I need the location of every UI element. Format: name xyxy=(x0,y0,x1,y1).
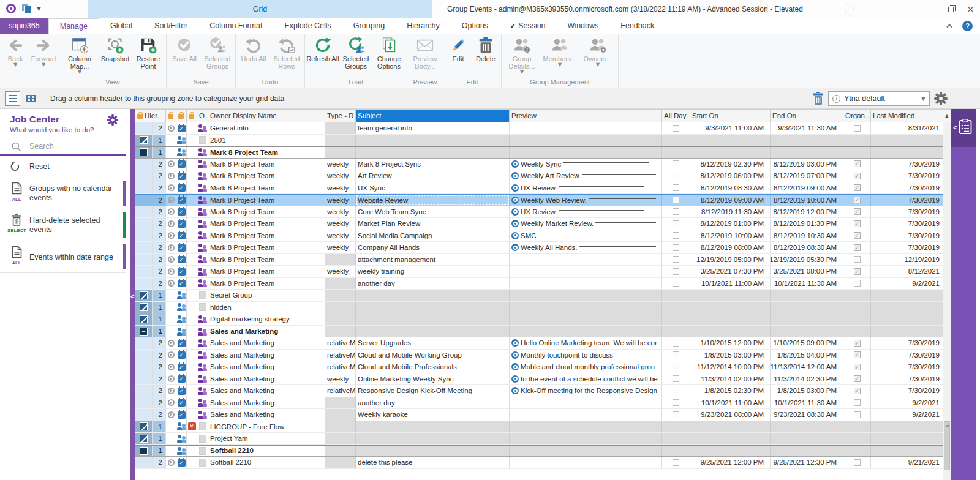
cell-organ[interactable] xyxy=(843,313,871,325)
organizer-checkbox[interactable] xyxy=(854,268,861,275)
col-header-end-on[interactable]: End On xyxy=(771,110,843,122)
cell-start[interactable] xyxy=(690,433,771,444)
cell-subject[interactable]: Core Web Team Sync xyxy=(356,206,510,218)
cell-owner-display-name[interactable]: Mark 8 Project Team xyxy=(208,182,325,194)
partial-select-icon[interactable] xyxy=(140,303,148,311)
cell-organizer[interactable] xyxy=(843,206,871,218)
card-view-toggle[interactable] xyxy=(23,91,39,106)
cell-preview[interactable]: Weekly Market Review. xyxy=(510,218,662,230)
cell-subject[interactable]: UX Sync xyxy=(356,182,510,194)
cell-allday[interactable] xyxy=(662,135,690,146)
cell-subject[interactable] xyxy=(356,302,510,313)
restore-point-button[interactable]: Restore Point xyxy=(132,34,165,70)
cell-end[interactable] xyxy=(771,302,843,313)
cell-owner-display-name[interactable]: Project Yam xyxy=(208,433,325,444)
group-row[interactable]: −1Softball 2210 xyxy=(135,445,951,457)
cell-subject[interactable] xyxy=(356,326,510,337)
organizer-checkbox[interactable] xyxy=(854,256,861,263)
col-header-o[interactable]: O.. xyxy=(197,110,208,122)
cell-preview[interactable]: Weekly Sync xyxy=(510,159,662,170)
cell-type[interactable] xyxy=(325,421,356,433)
col-header-last-modified[interactable]: Last Modified▲ xyxy=(871,110,951,122)
cell-end-on[interactable]: 1/8/2015 03:00 PM xyxy=(771,385,843,397)
event-row[interactable]: 2Sales and MarketingrelativeMcCloud and … xyxy=(135,361,951,373)
cell-owner-display-name[interactable]: 2501 xyxy=(208,135,325,146)
cell-end[interactable] xyxy=(771,446,843,457)
cell-end[interactable] xyxy=(771,433,843,444)
event-row[interactable]: 2Mark 8 Project TeamweeklySocial Media C… xyxy=(135,230,951,242)
cell-preview[interactable] xyxy=(510,446,662,457)
minimize-button[interactable]: – xyxy=(930,6,935,13)
cell-owner-display-name[interactable]: Sales and Marketing xyxy=(208,409,325,421)
event-row[interactable]: 2Mark 8 Project TeamweeklyUX SyncUX Revi… xyxy=(135,182,951,195)
cell-mod[interactable] xyxy=(871,313,951,325)
cell-start-on[interactable]: 8/12/2019 11:30 AM xyxy=(690,206,771,218)
cell-start[interactable] xyxy=(690,302,771,313)
cell-selector[interactable] xyxy=(135,373,153,385)
cell-mod[interactable] xyxy=(871,446,951,457)
cell-type[interactable] xyxy=(325,147,356,158)
preview-body-button[interactable]: Preview Body... xyxy=(409,34,442,70)
cell-end-on[interactable]: 12/19/2019 05:30 PM xyxy=(771,254,843,266)
cell-selector[interactable] xyxy=(135,122,153,134)
cell-end-on[interactable]: 9/25/2021 12:30 PM xyxy=(771,457,843,468)
job-item-1[interactable]: ALLGroups with no calendar events xyxy=(0,178,126,209)
event-row[interactable]: 2Mark 8 Project TeamweeklyCore Web Team … xyxy=(135,206,951,219)
all-day-checkbox[interactable] xyxy=(673,375,679,382)
right-panel-header[interactable]: < xyxy=(951,109,976,147)
cell-selector[interactable] xyxy=(135,278,153,290)
cell-type[interactable] xyxy=(325,313,356,325)
cell-type[interactable]: weekly xyxy=(325,242,356,253)
cell-subject[interactable]: Weekly karaoke xyxy=(356,409,510,421)
cell-start-on[interactable]: 9/3/2021 11:00 AM xyxy=(690,122,771,134)
col-header-start-on[interactable]: Start On xyxy=(690,110,771,122)
cell-selector[interactable] xyxy=(135,266,153,277)
organizer-checkbox[interactable] xyxy=(854,388,861,394)
tab-feedback[interactable]: Feedback xyxy=(609,18,665,34)
cell-selector[interactable] xyxy=(135,135,153,146)
cell-last-modified[interactable]: 7/30/2019 xyxy=(871,385,951,397)
organizer-checkbox[interactable] xyxy=(854,351,861,358)
tab-column-format[interactable]: Column Format xyxy=(198,18,273,34)
cell-subject[interactable] xyxy=(356,290,510,301)
cell-subject[interactable] xyxy=(356,313,510,325)
cell-preview[interactable] xyxy=(510,278,662,290)
cell-owner-display-name[interactable]: Mark 8 Project Team xyxy=(208,218,325,230)
tab-manage[interactable]: Manage xyxy=(48,18,99,34)
cell-all-day[interactable] xyxy=(662,361,690,373)
cell-type[interactable] xyxy=(325,457,356,468)
cell-all-day[interactable] xyxy=(662,170,690,182)
cell-owner-display-name[interactable]: Mark 8 Project Team xyxy=(208,206,325,218)
cell-preview[interactable] xyxy=(510,397,662,409)
all-day-checkbox[interactable] xyxy=(673,459,679,466)
cell-selector[interactable]: − xyxy=(135,147,153,158)
cell-start-on[interactable]: 9/23/2021 08:00 AM xyxy=(690,409,771,421)
cell-end[interactable] xyxy=(771,421,843,433)
event-row[interactable]: 2General infoteam general info9/3/2021 1… xyxy=(135,122,951,135)
cell-all-day[interactable] xyxy=(662,230,690,242)
col-header-hier[interactable]: Hier... xyxy=(135,110,166,122)
cell-end-on[interactable]: 10/1/2021 11:30 AM xyxy=(771,397,843,409)
vertical-scrollbar[interactable] xyxy=(943,122,951,480)
snapshot-button[interactable]: Snapshot xyxy=(99,34,132,62)
cell-type[interactable] xyxy=(325,254,356,266)
cell-end-on[interactable]: 8/12/2019 09:00 AM xyxy=(771,182,843,194)
cell-mod[interactable] xyxy=(871,433,951,444)
cell-allday[interactable] xyxy=(662,326,690,337)
cell-organ[interactable] xyxy=(843,135,871,146)
cell-start[interactable] xyxy=(690,147,771,158)
cell-organizer[interactable] xyxy=(843,218,871,230)
tab-explode-cells[interactable]: Explode Cells xyxy=(273,18,342,34)
cell-selector[interactable] xyxy=(135,218,153,230)
refresh-all-button[interactable]: Refresh All xyxy=(306,34,339,62)
group-row[interactable]: 12501 xyxy=(135,135,951,147)
cell-start-on[interactable]: 10/1/2021 11:00 AM xyxy=(690,397,771,409)
cell-organizer[interactable] xyxy=(843,230,871,242)
event-row[interactable]: 2Mark 8 Project TeamweeklyWebsite Review… xyxy=(135,194,951,206)
cell-last-modified[interactable]: 7/30/2019 xyxy=(871,337,951,349)
cell-organizer[interactable] xyxy=(843,122,871,134)
cell-organ[interactable] xyxy=(843,326,871,337)
cell-all-day[interactable] xyxy=(662,159,690,170)
cell-all-day[interactable] xyxy=(662,385,690,397)
cell-start-on[interactable]: 1/8/2015 02:30 PM xyxy=(690,385,771,397)
